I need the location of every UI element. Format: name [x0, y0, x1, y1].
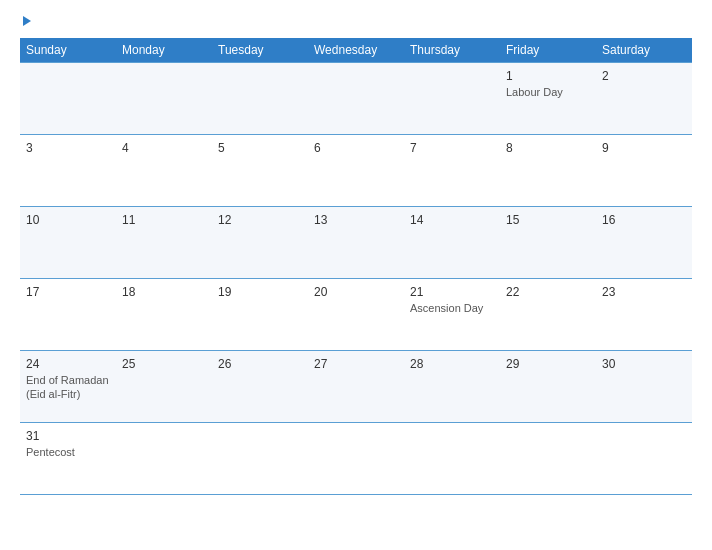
- calendar-cell: 14: [404, 207, 500, 279]
- calendar-header: SundayMondayTuesdayWednesdayThursdayFrid…: [20, 38, 692, 63]
- day-number: 2: [602, 69, 686, 83]
- calendar-cell: 4: [116, 135, 212, 207]
- event-label: Pentecost: [26, 445, 110, 459]
- day-number: 26: [218, 357, 302, 371]
- weekday-header-thursday: Thursday: [404, 38, 500, 63]
- day-number: 19: [218, 285, 302, 299]
- calendar-cell: [500, 423, 596, 495]
- calendar-cell: 15: [500, 207, 596, 279]
- calendar-week-row: 24End of Ramadan (Eid al-Fitr)2526272829…: [20, 351, 692, 423]
- calendar-cell: 6: [308, 135, 404, 207]
- calendar-cell: 8: [500, 135, 596, 207]
- calendar-table: SundayMondayTuesdayWednesdayThursdayFrid…: [20, 38, 692, 495]
- weekday-header-tuesday: Tuesday: [212, 38, 308, 63]
- calendar-cell: 13: [308, 207, 404, 279]
- calendar-cell: 25: [116, 351, 212, 423]
- day-number: 18: [122, 285, 206, 299]
- weekday-header-row: SundayMondayTuesdayWednesdayThursdayFrid…: [20, 38, 692, 63]
- calendar-week-row: 31Pentecost: [20, 423, 692, 495]
- calendar-cell: [308, 423, 404, 495]
- day-number: 14: [410, 213, 494, 227]
- calendar-cell: 2: [596, 63, 692, 135]
- calendar-cell: 10: [20, 207, 116, 279]
- day-number: 17: [26, 285, 110, 299]
- calendar-cell: 27: [308, 351, 404, 423]
- day-number: 7: [410, 141, 494, 155]
- weekday-header-wednesday: Wednesday: [308, 38, 404, 63]
- calendar-cell: [212, 423, 308, 495]
- calendar-cell: 20: [308, 279, 404, 351]
- calendar-week-row: 3456789: [20, 135, 692, 207]
- day-number: 10: [26, 213, 110, 227]
- calendar-cell: [212, 63, 308, 135]
- day-number: 12: [218, 213, 302, 227]
- day-number: 23: [602, 285, 686, 299]
- day-number: 4: [122, 141, 206, 155]
- logo: [20, 16, 31, 26]
- calendar-cell: [404, 63, 500, 135]
- day-number: 11: [122, 213, 206, 227]
- calendar-cell: 9: [596, 135, 692, 207]
- day-number: 31: [26, 429, 110, 443]
- calendar-cell: 1Labour Day: [500, 63, 596, 135]
- calendar-cell: 22: [500, 279, 596, 351]
- calendar-week-row: 1Labour Day2: [20, 63, 692, 135]
- calendar-cell: 28: [404, 351, 500, 423]
- weekday-header-saturday: Saturday: [596, 38, 692, 63]
- calendar-cell: 26: [212, 351, 308, 423]
- day-number: 3: [26, 141, 110, 155]
- calendar-cell: 19: [212, 279, 308, 351]
- day-number: 28: [410, 357, 494, 371]
- day-number: 6: [314, 141, 398, 155]
- day-number: 27: [314, 357, 398, 371]
- calendar-cell: 24End of Ramadan (Eid al-Fitr): [20, 351, 116, 423]
- day-number: 20: [314, 285, 398, 299]
- calendar-cell: 23: [596, 279, 692, 351]
- calendar-cell: [404, 423, 500, 495]
- calendar-cell: 31Pentecost: [20, 423, 116, 495]
- event-label: Labour Day: [506, 85, 590, 99]
- calendar-cell: 29: [500, 351, 596, 423]
- calendar-cell: 30: [596, 351, 692, 423]
- calendar-cell: 3: [20, 135, 116, 207]
- calendar-cell: 17: [20, 279, 116, 351]
- day-number: 9: [602, 141, 686, 155]
- calendar-cell: 16: [596, 207, 692, 279]
- calendar-cell: [116, 423, 212, 495]
- day-number: 22: [506, 285, 590, 299]
- calendar-cell: 21Ascension Day: [404, 279, 500, 351]
- calendar-cell: [596, 423, 692, 495]
- day-number: 15: [506, 213, 590, 227]
- calendar-cell: [116, 63, 212, 135]
- logo-blue-text: [20, 16, 31, 26]
- day-number: 24: [26, 357, 110, 371]
- day-number: 29: [506, 357, 590, 371]
- logo-triangle-icon: [23, 16, 31, 26]
- calendar-week-row: 10111213141516: [20, 207, 692, 279]
- calendar-cell: 5: [212, 135, 308, 207]
- page-header: [20, 16, 692, 26]
- calendar-week-row: 1718192021Ascension Day2223: [20, 279, 692, 351]
- day-number: 16: [602, 213, 686, 227]
- calendar-cell: [308, 63, 404, 135]
- event-label: Ascension Day: [410, 301, 494, 315]
- weekday-header-monday: Monday: [116, 38, 212, 63]
- calendar-cell: [20, 63, 116, 135]
- calendar-cell: 11: [116, 207, 212, 279]
- day-number: 8: [506, 141, 590, 155]
- event-label: End of Ramadan (Eid al-Fitr): [26, 373, 110, 402]
- day-number: 1: [506, 69, 590, 83]
- day-number: 21: [410, 285, 494, 299]
- weekday-header-sunday: Sunday: [20, 38, 116, 63]
- calendar-cell: 12: [212, 207, 308, 279]
- day-number: 25: [122, 357, 206, 371]
- day-number: 30: [602, 357, 686, 371]
- calendar-cell: 7: [404, 135, 500, 207]
- day-number: 13: [314, 213, 398, 227]
- calendar-body: 1Labour Day23456789101112131415161718192…: [20, 63, 692, 495]
- weekday-header-friday: Friday: [500, 38, 596, 63]
- calendar-cell: 18: [116, 279, 212, 351]
- day-number: 5: [218, 141, 302, 155]
